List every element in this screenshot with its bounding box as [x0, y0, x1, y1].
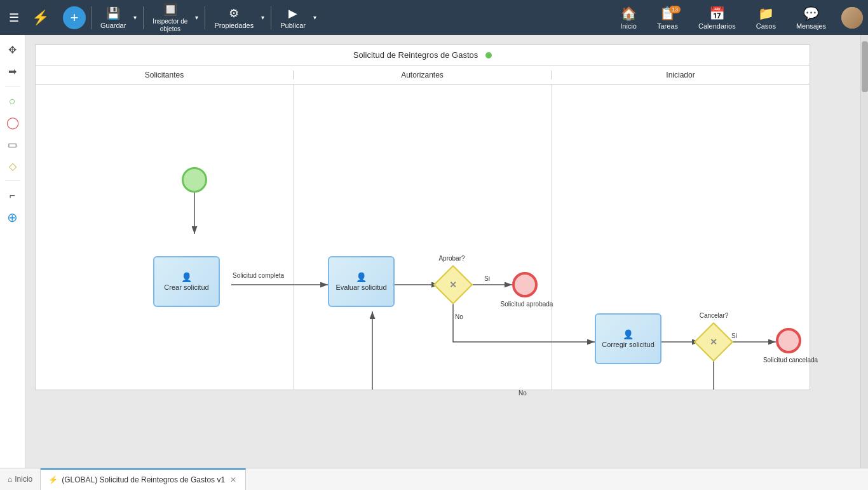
tab-diagram-icon: ⚡ [48, 475, 58, 484]
arrows-svg [36, 85, 811, 390]
tab-diagram-label: (GLOBAL) Solicitud de Reintegros de Gast… [62, 475, 225, 484]
nav-inicio[interactable]: 🏠 Inicio [615, 3, 642, 32]
hamburger-icon: ☰ [9, 11, 19, 25]
inspector-button[interactable]: 🔲 Inspector deobjetos [147, 0, 193, 35]
logo-icon: ⚡ [32, 10, 49, 25]
save-label: Guardar [100, 22, 126, 29]
properties-label: Propiedades [214, 22, 254, 29]
lane-header-solicitantes: Solicitantes [36, 71, 294, 79]
nav-mensajes[interactable]: 💬 Mensajes [791, 3, 831, 32]
inspector-dropdown[interactable]: ▾ [193, 0, 201, 35]
nav-right: 🏠 Inicio 13 📋 Tareas 📅 Calendarios 📁 Cas… [615, 3, 863, 32]
calendarios-icon: 📅 [709, 6, 725, 21]
tool-separator-1 [5, 86, 20, 86]
calendarios-label: Calendarios [698, 22, 736, 30]
inspector-group: 🔲 Inspector deobjetos ▾ [147, 0, 201, 35]
add-element-tool[interactable]: ⊕ [3, 208, 22, 227]
gateway-aprobar[interactable]: ✕ [433, 265, 473, 304]
properties-dropdown[interactable]: ▾ [259, 0, 267, 35]
tool-separator-2 [5, 180, 20, 181]
tareas-label: Tareas [657, 22, 678, 30]
nav-tareas[interactable]: 13 📋 Tareas [652, 3, 683, 32]
logo-button[interactable]: ⚡ [25, 6, 55, 30]
scrollbar-thumb [862, 41, 868, 92]
right-scrollbar[interactable] [860, 35, 868, 468]
end-event-tool[interactable]: ◯ [3, 113, 22, 132]
tab-close-button[interactable]: ✕ [229, 475, 238, 484]
lane-divider-2 [552, 85, 552, 390]
lane-divider-1 [294, 85, 294, 390]
task-evaluar-solicitud[interactable]: 👤 Evaluar solicitud [328, 256, 395, 307]
properties-group: ⚙ Propiedades ▾ [209, 0, 267, 35]
pool-title: Solicitud de Reintegros de Gastos [36, 45, 810, 65]
nav-casos[interactable]: 📁 Casos [751, 3, 781, 32]
mensajes-icon: 💬 [803, 6, 819, 21]
main-area: ✥ ➡ ○ ◯ ▭ ◇ ⌐ ⊕ Solicitud de Reintegros … [0, 35, 868, 468]
casos-label: Casos [756, 22, 776, 30]
save-dropdown[interactable]: ▾ [131, 0, 139, 35]
gateway-label-aprobar: Aprobar? [433, 255, 471, 262]
end-event-aprobada[interactable] [512, 272, 538, 297]
publish-group: ▶ Publicar ▾ [275, 0, 319, 35]
gateway-label-cancelar: Cancelar? [693, 312, 735, 319]
toolbar-divider-4 [271, 6, 271, 29]
user-avatar[interactable] [841, 7, 863, 29]
publish-button[interactable]: ▶ Publicar [275, 0, 311, 35]
start-event[interactable] [182, 167, 207, 193]
tab-diagram[interactable]: ⚡ (GLOBAL) Solicitud de Reintegros de Ga… [41, 468, 246, 490]
canvas-area[interactable]: Solicitud de Reintegros de Gastos Solici… [25, 35, 860, 468]
task-label-crear: Crear solicitud [164, 283, 208, 291]
move-tool[interactable]: ✥ [3, 40, 22, 59]
save-group: 💾 Guardar ▾ [95, 0, 139, 35]
gateway-icon-aprobar: ✕ [449, 280, 457, 290]
end-event-cancelada-label: Solicitud cancelada [762, 357, 819, 364]
tareas-badge: 13 [669, 6, 681, 13]
left-toolbar: ✥ ➡ ○ ◯ ▭ ◇ ⌐ ⊕ [0, 35, 25, 468]
home-tab-label: Inicio [15, 475, 32, 484]
mensajes-label: Mensajes [796, 22, 826, 30]
inspector-label: Inspector deobjetos [153, 18, 187, 33]
flow-si-2-label: Si [731, 332, 737, 339]
sequence-tool[interactable]: ⌐ [3, 186, 22, 205]
arrow-tool[interactable]: ➡ [3, 62, 22, 81]
task-icon-evaluar: 👤 [356, 272, 367, 282]
publish-label: Publicar [280, 22, 306, 29]
start-event-tool[interactable]: ○ [3, 92, 22, 111]
save-button[interactable]: 💾 Guardar [95, 0, 131, 35]
properties-button[interactable]: ⚙ Propiedades [209, 0, 259, 35]
publish-dropdown[interactable]: ▾ [311, 0, 319, 35]
avatar-image [841, 7, 863, 29]
lane-headers: Solicitantes Autorizantes Iniciador [36, 65, 810, 85]
inicio-label: Inicio [620, 22, 637, 30]
task-tool[interactable]: ▭ [3, 135, 22, 154]
home-tab-icon: ⌂ [8, 475, 12, 484]
home-icon: 🏠 [621, 6, 637, 21]
task-label-evaluar: Evaluar solicitud [336, 283, 386, 291]
bpmn-canvas: 👤 Crear solicitud Solicitud completa 👤 E… [36, 85, 811, 390]
gateway-cancelar[interactable]: ✕ [694, 322, 733, 362]
toolbar-divider-2 [143, 6, 144, 29]
task-icon-corregir: 👤 [623, 329, 634, 339]
toolbar-divider-3 [205, 6, 205, 29]
properties-icon: ⚙ [229, 6, 239, 20]
flow-label-solicitud-completa: Solicitud completa [233, 272, 284, 279]
task-label-corregir: Corregir solicitud [602, 341, 654, 348]
tab-home[interactable]: ⌂ Inicio [0, 468, 41, 490]
lane-header-iniciador: Iniciador [552, 71, 810, 79]
flow-no-1-label: No [455, 313, 463, 320]
bottom-tab-bar: ⌂ Inicio ⚡ (GLOBAL) Solicitud de Reinteg… [0, 468, 868, 490]
task-crear-solicitud[interactable]: 👤 Crear solicitud [153, 256, 220, 307]
casos-icon: 📁 [758, 6, 774, 21]
main-toolbar: ☰ ⚡ + 💾 Guardar ▾ 🔲 Inspector deobjetos … [0, 0, 868, 35]
toolbar-divider-1 [91, 6, 92, 29]
task-corregir-solicitud[interactable]: 👤 Corregir solicitud [595, 313, 661, 364]
end-event-aprobada-label: Solicitud aprobada [498, 301, 555, 308]
add-button[interactable]: + [63, 6, 86, 29]
hamburger-button[interactable]: ☰ [5, 7, 23, 29]
end-event-cancelada[interactable] [776, 328, 801, 353]
save-icon: 💾 [106, 6, 120, 20]
gateway-icon-cancelar: ✕ [710, 337, 717, 347]
gateway-tool[interactable]: ◇ [3, 156, 22, 175]
nav-calendarios[interactable]: 📅 Calendarios [693, 3, 741, 32]
diagram-container: Solicitud de Reintegros de Gastos Solici… [35, 44, 810, 390]
